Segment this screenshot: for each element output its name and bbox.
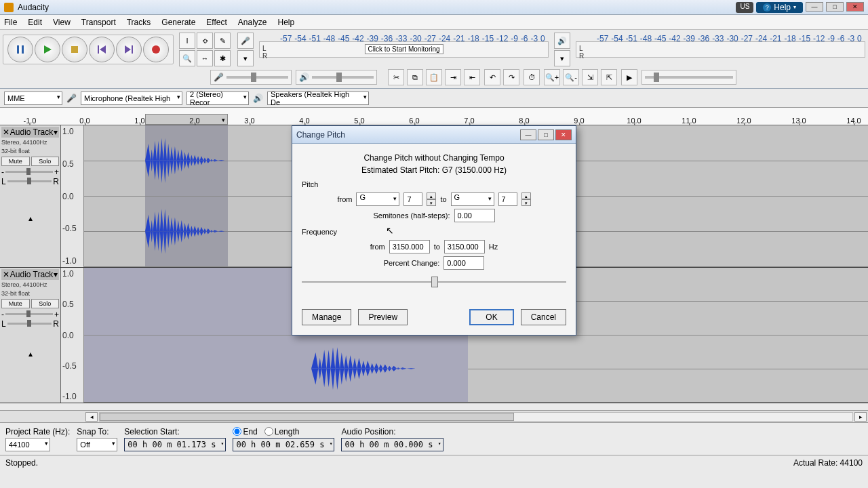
- freq-from-input[interactable]: [389, 240, 430, 253]
- spin-up-icon[interactable]: ▴: [427, 192, 436, 199]
- dialog-maximize-button[interactable]: □: [538, 129, 554, 140]
- dialog-overlay: Change Pitch — □ ✕ Change Pitch without …: [0, 0, 868, 488]
- freq-to-input[interactable]: [444, 240, 485, 253]
- spin-up-icon[interactable]: ▴: [521, 192, 531, 199]
- frequency-group-label: Frequency: [302, 228, 566, 236]
- pitch-to-note[interactable]: G: [451, 192, 494, 206]
- percent-change-label: Percent Change:: [384, 259, 440, 267]
- freq-to-label: to: [434, 243, 440, 251]
- pitch-from-note[interactable]: G: [356, 192, 399, 206]
- semitones-label: Semitones (half-steps):: [373, 211, 450, 220]
- pitch-from-octave[interactable]: [403, 192, 422, 206]
- dialog-titlebar[interactable]: Change Pitch — □ ✕: [292, 126, 576, 144]
- freq-from-label: from: [370, 243, 385, 251]
- dialog-title: Change Pitch: [296, 130, 520, 140]
- dialog-subtitle: Change Pitch without Changing Tempo: [302, 153, 566, 163]
- ok-button[interactable]: OK: [469, 309, 513, 325]
- estimated-pitch: Estimated Start Pitch: G7 (3150.000 Hz): [302, 165, 566, 175]
- dialog-minimize-button[interactable]: —: [520, 129, 536, 140]
- spin-down-icon[interactable]: ▾: [427, 199, 436, 206]
- preview-button[interactable]: Preview: [358, 309, 408, 325]
- to-label: to: [440, 195, 446, 203]
- manage-button[interactable]: Manage: [302, 309, 351, 325]
- cancel-button[interactable]: Cancel: [521, 309, 566, 325]
- spin-down-icon[interactable]: ▾: [521, 199, 531, 206]
- pitch-group-label: Pitch: [302, 180, 566, 188]
- semitones-input[interactable]: [454, 209, 495, 222]
- percent-change-slider[interactable]: [302, 277, 566, 287]
- pitch-to-octave[interactable]: [498, 192, 517, 206]
- change-pitch-dialog: Change Pitch — □ ✕ Change Pitch without …: [292, 125, 576, 336]
- from-label: from: [337, 195, 352, 203]
- dialog-close-button[interactable]: ✕: [555, 129, 572, 140]
- percent-change-input[interactable]: [443, 256, 484, 270]
- hz-label: Hz: [489, 243, 498, 251]
